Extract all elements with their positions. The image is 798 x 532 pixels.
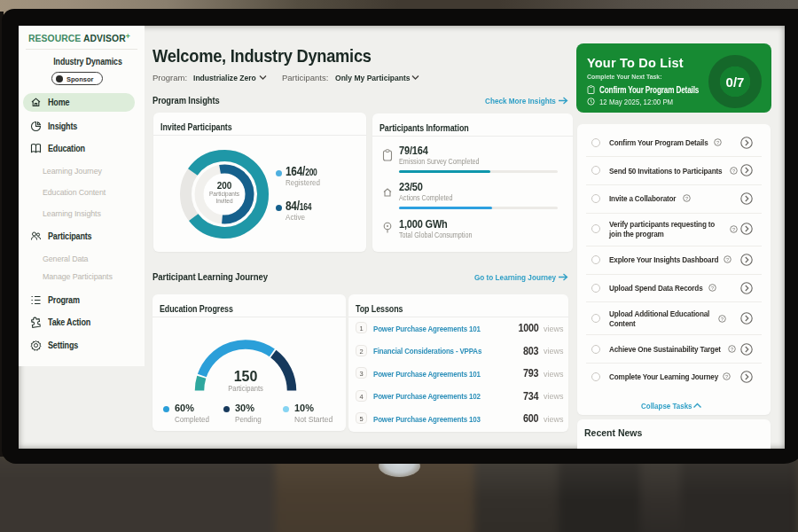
svg-text:?: ?	[732, 226, 735, 231]
svg-text:?: ?	[685, 196, 688, 201]
svg-text:?: ?	[731, 347, 733, 352]
svg-text:?: ?	[725, 374, 728, 379]
svg-text:?: ?	[716, 140, 719, 145]
svg-text:?: ?	[721, 316, 724, 321]
svg-text:?: ?	[711, 286, 714, 291]
svg-text:?: ?	[732, 168, 735, 173]
svg-text:?: ?	[726, 257, 729, 262]
